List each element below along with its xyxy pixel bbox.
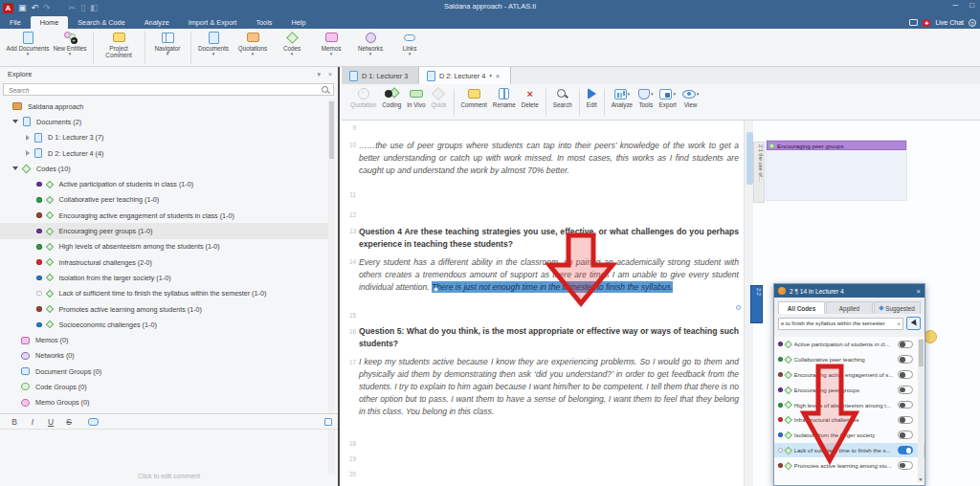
bold-button[interactable]: B xyxy=(10,417,19,427)
dialog-scrollbar[interactable] xyxy=(918,339,924,482)
quotations-button[interactable]: Quotations ▾ xyxy=(234,31,272,55)
tree-networks-row[interactable]: Networks (0) xyxy=(0,348,329,364)
tree-memo-groups-row[interactable]: Memo Groups (0) xyxy=(0,395,329,410)
quick-coding-button[interactable]: Quick xyxy=(431,87,446,108)
code-toggle[interactable] xyxy=(898,416,913,425)
paragraph-10[interactable]: ……the use of peer groups where students … xyxy=(359,140,739,177)
maximize-button[interactable]: □ xyxy=(969,1,974,10)
documents-button[interactable]: Documents ▾ xyxy=(194,31,233,55)
navigator-button[interactable]: Navigator ▾ xyxy=(148,31,187,55)
doc-tab-lecturer-4[interactable]: D 2: Lecturer 4 ▾ × xyxy=(419,67,511,84)
tree-code-row[interactable]: Isolation from the larger society (1-0) xyxy=(0,270,329,285)
tree-code-row[interactable]: Encouraging active engagement of student… xyxy=(0,208,329,223)
question-5[interactable]: Question 5: What do you think, is the mo… xyxy=(359,325,739,349)
code-toggle-on[interactable] xyxy=(898,446,913,454)
tree-code-row[interactable]: High levels of absenteeism among the stu… xyxy=(0,239,329,254)
quotation-code-card[interactable]: Encouraging peer groups xyxy=(766,140,907,201)
code-toggle[interactable] xyxy=(898,355,913,364)
italic-button[interactable]: I xyxy=(28,417,37,427)
tab-import-export[interactable]: Import & Export xyxy=(179,16,247,29)
tree-memos-row[interactable]: Memos (0) xyxy=(0,332,329,347)
tree-documents-row[interactable]: Documents (2) xyxy=(0,114,329,129)
expand-comment-icon[interactable] xyxy=(324,418,332,426)
tree-document-row[interactable]: D 2: Lecturer 4 (4) xyxy=(0,145,329,161)
dialog-code-row[interactable]: Infrastructural challenges xyxy=(774,412,924,428)
tree-code-row-selected[interactable]: Encouraging peer groups (1-0) xyxy=(0,223,329,238)
dialog-tab-all-codes[interactable]: All Codes xyxy=(778,301,825,314)
dialog-tab-applied[interactable]: Applied xyxy=(826,301,873,314)
memos-button[interactable]: Memos ▾ xyxy=(312,31,350,55)
comment-bubble-icon[interactable] xyxy=(88,418,99,426)
tree-codes-row[interactable]: Codes (10) xyxy=(0,161,329,176)
tree-project-row[interactable]: Saldana approach xyxy=(0,99,329,114)
paragraph-17[interactable]: I keep my students active because I know… xyxy=(359,356,739,418)
minimize-button[interactable]: ─ xyxy=(952,1,958,10)
dialog-code-row[interactable]: Encouraging peer groups xyxy=(774,382,924,397)
selection-handle-start[interactable] xyxy=(434,287,438,292)
edit-button[interactable]: Edit xyxy=(587,87,597,108)
comment-marker-icon[interactable] xyxy=(924,330,937,343)
explore-search-box[interactable] xyxy=(3,83,334,96)
paragraph-14[interactable]: Every student has a different ability in… xyxy=(359,256,739,294)
analyze-button[interactable]: ▾ Analyze xyxy=(612,87,633,108)
explore-search-input[interactable] xyxy=(9,85,296,95)
dialog-code-row[interactable]: Isolation from the larger society xyxy=(774,428,924,443)
dialog-close-icon[interactable]: × xyxy=(917,287,921,296)
expand-collapse-icon[interactable] xyxy=(26,150,30,156)
tab-analyze[interactable]: Analyze xyxy=(135,16,179,29)
export-button[interactable]: ▾ Export xyxy=(659,87,677,108)
dialog-code-row-selected[interactable]: Lack of sufficient time to finish the s.… xyxy=(774,443,924,458)
tab-home[interactable]: Home xyxy=(31,16,68,29)
project-comment-button[interactable]: Project Comment xyxy=(97,31,141,58)
expand-collapse-icon[interactable] xyxy=(12,166,18,170)
question-4[interactable]: Question 4 Are these teaching strategies… xyxy=(359,226,739,250)
code-toggle[interactable] xyxy=(898,341,913,349)
code-toggle[interactable] xyxy=(898,401,913,409)
tab-help[interactable]: Help xyxy=(281,16,315,29)
panel-close-icon[interactable]: × xyxy=(328,71,332,77)
panel-layout-icon[interactable] xyxy=(909,19,918,26)
quotation-bracket-2-selected[interactable]: 2:2 xyxy=(750,285,763,323)
dialog-code-row[interactable]: Collaborative peer teaching xyxy=(774,352,924,367)
live-chat-icon[interactable]: ✚ xyxy=(923,19,930,27)
clear-search-icon[interactable]: × xyxy=(895,320,902,327)
search-button[interactable]: Search xyxy=(553,87,572,108)
networks-button[interactable]: Networks ▾ xyxy=(351,31,390,55)
delete-button[interactable]: × Delete xyxy=(522,87,539,108)
tree-code-groups-row[interactable]: Code Groups (0) xyxy=(0,379,329,394)
tree-code-row[interactable]: Promotes active learning among students … xyxy=(0,301,329,317)
comment-editor-placeholder[interactable]: Click to edit comment xyxy=(0,473,338,479)
coding-button[interactable]: Coding xyxy=(382,87,401,108)
dialog-code-row[interactable]: High levels of absenteeism among t... xyxy=(774,397,924,412)
dialog-code-row[interactable]: Promotes active learning among stu... xyxy=(774,457,924,473)
dialog-code-row[interactable]: Encouraging active engagement of s... xyxy=(774,367,924,383)
tab-search-code[interactable]: Search & Code xyxy=(68,16,135,29)
coding-dialog-titlebar[interactable]: “ 2 ¶ 14 in Lecturer 4 × xyxy=(774,284,924,298)
tree-code-row[interactable]: Socioeconomic challenges (1-0) xyxy=(0,317,329,332)
code-toggle[interactable] xyxy=(898,431,913,439)
code-toggle[interactable] xyxy=(898,386,913,394)
help-icon[interactable]: ? xyxy=(969,19,976,27)
panel-pin-icon[interactable]: ▾ xyxy=(317,71,321,78)
tab-tools[interactable]: Tools xyxy=(246,16,281,29)
quotation-button[interactable]: “ Quotation xyxy=(350,87,376,108)
code-toggle[interactable] xyxy=(898,370,913,379)
underline-button[interactable]: U xyxy=(46,417,56,427)
tools-button[interactable]: ▾ Tools xyxy=(638,87,654,108)
tree-code-row[interactable]: Collaborative peer teaching (1-0) xyxy=(0,192,329,208)
expand-collapse-icon[interactable] xyxy=(26,135,30,141)
tree-code-row[interactable]: Active participation of students in clas… xyxy=(0,176,329,191)
doc-tab-lecturer-3[interactable]: D 1: Lecturer 3 xyxy=(342,67,419,84)
rename-button[interactable]: Rename xyxy=(493,87,516,108)
new-entities-button[interactable]: + New Entities ▾ xyxy=(51,31,89,55)
in-vivo-button[interactable]: In Vivo xyxy=(407,87,425,108)
code-toggle[interactable] xyxy=(898,461,913,470)
tab-dropdown-icon[interactable]: ▾ xyxy=(489,73,492,78)
selected-quotation-text[interactable]: There is just not enough time in the tri… xyxy=(432,281,673,293)
expand-collapse-icon[interactable] xyxy=(12,120,18,123)
selection-handle-end[interactable] xyxy=(736,305,741,310)
dialog-code-row[interactable]: Active participation of students in cl..… xyxy=(774,337,924,352)
live-chat-label[interactable]: Live Chat xyxy=(935,19,964,26)
apply-code-button[interactable] xyxy=(906,317,921,330)
codes-button[interactable]: Codes ▾ xyxy=(273,31,311,55)
